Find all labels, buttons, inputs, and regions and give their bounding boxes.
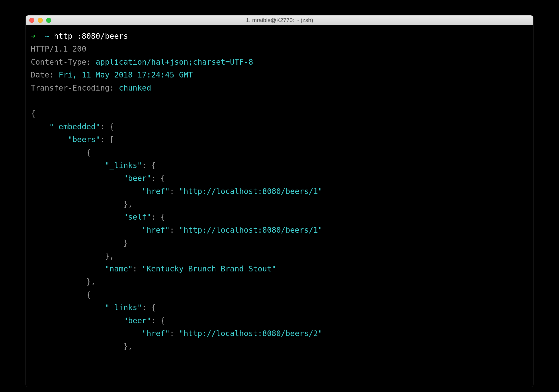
json-token: : { xyxy=(100,122,114,131)
json-token: "beers" xyxy=(68,135,100,144)
json-token: "href" xyxy=(142,329,169,338)
json-token: }, xyxy=(123,200,133,209)
json-token: "http://localhost:8080/beers/1" xyxy=(179,187,323,196)
minimize-icon[interactable] xyxy=(38,18,43,23)
json-token: : xyxy=(170,187,179,196)
titlebar: 1. mraible@K2770: ~ (zsh) xyxy=(26,15,533,25)
json-token: "Kentucky Brunch Brand Stout" xyxy=(142,264,276,273)
json-token: : { xyxy=(142,161,156,170)
json-body: { "_embedded": { "beers": [ { "_links": … xyxy=(31,107,528,353)
json-token: "name" xyxy=(105,264,133,273)
json-token: "beer" xyxy=(123,174,151,183)
json-token: { xyxy=(86,148,91,157)
json-token: "self" xyxy=(123,212,151,221)
header-transfer-encoding-value: chunked xyxy=(119,83,151,92)
close-icon[interactable] xyxy=(29,18,34,23)
json-token: }, xyxy=(105,251,114,260)
json-token: "beer" xyxy=(123,316,151,325)
maximize-icon[interactable] xyxy=(46,18,51,23)
header-content-type-value: application/hal+json;charset=UTF-8 xyxy=(96,57,253,66)
json-token: }, xyxy=(123,342,133,351)
json-token: : [ xyxy=(100,135,114,144)
json-token: "http://localhost:8080/beers/2" xyxy=(179,329,323,338)
prompt-tilde: ~ xyxy=(45,32,49,41)
json-token: : { xyxy=(151,174,165,183)
json-token: "_links" xyxy=(105,303,142,312)
json-token: } xyxy=(123,238,128,247)
terminal-window: 1. mraible@K2770: ~ (zsh) ➜ ~ http :8080… xyxy=(26,15,533,387)
json-token: { xyxy=(31,109,35,118)
json-token: "href" xyxy=(142,226,169,234)
json-token: : { xyxy=(151,316,165,325)
header-content-type-label: Content-Type: xyxy=(31,57,91,66)
header-date-value: Fri, 11 May 2018 17:24:45 GMT xyxy=(58,70,193,79)
terminal-body[interactable]: ➜ ~ http :8080/beers HTTP/1.1 200 Conten… xyxy=(26,25,533,387)
prompt-arrow-icon: ➜ xyxy=(31,32,35,41)
json-token: "http://localhost:8080/beers/1" xyxy=(179,226,323,234)
json-token: }, xyxy=(86,277,96,286)
http-status-line: HTTP/1.1 200 xyxy=(31,44,86,53)
json-token: "_links" xyxy=(105,161,142,170)
command-text: http :8080/beers xyxy=(54,32,128,41)
json-token: "href" xyxy=(142,187,169,196)
traffic-lights xyxy=(29,18,51,23)
header-transfer-encoding-label: Transfer-Encoding: xyxy=(31,83,114,92)
json-token: : xyxy=(170,226,179,234)
json-token: "_embedded" xyxy=(49,122,100,131)
header-date-label: Date: xyxy=(31,70,54,79)
json-token: { xyxy=(86,290,91,299)
window-title: 1. mraible@K2770: ~ (zsh) xyxy=(26,17,533,24)
json-token: : xyxy=(170,329,179,338)
json-token: : xyxy=(133,264,142,273)
json-token: : { xyxy=(142,303,156,312)
json-token: : { xyxy=(151,212,165,221)
